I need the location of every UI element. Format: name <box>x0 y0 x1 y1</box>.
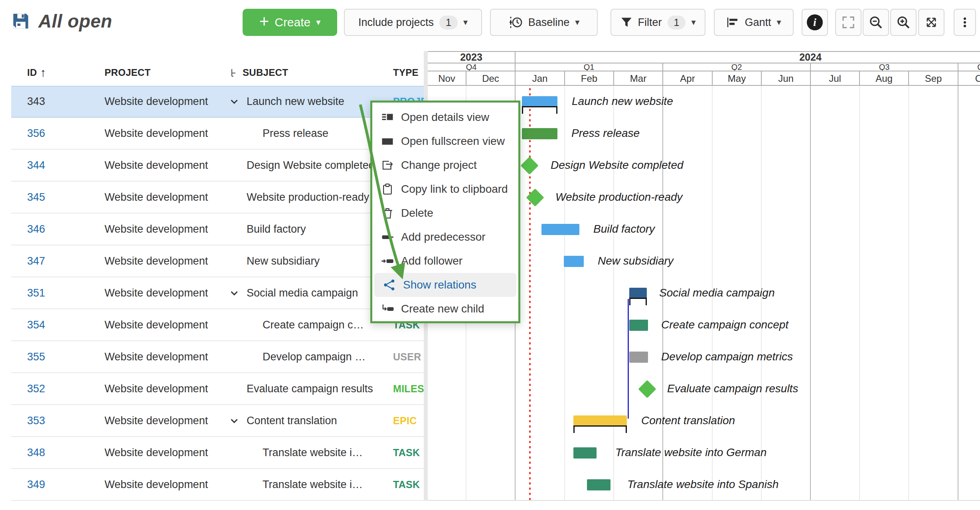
gantt-bar[interactable] <box>522 128 557 139</box>
info-button[interactable]: i <box>802 9 828 36</box>
gantt-bar[interactable] <box>573 415 627 427</box>
table-row[interactable]: 346Website developmentBuild factory <box>11 213 424 245</box>
menu-item-open-fullscreen-view[interactable]: Open fullscreen view <box>372 129 518 153</box>
menu-item-change-project[interactable]: Change project <box>372 153 518 177</box>
menu-item-copy-link-to-clipboard[interactable]: Copy link to clipboard <box>372 177 518 201</box>
gantt-bar[interactable] <box>629 288 647 299</box>
subject-cell[interactable]: Create campaign concept <box>263 309 366 340</box>
column-header-type[interactable]: TYPE <box>393 60 419 85</box>
filter-button[interactable]: Filter 1 ▾ <box>611 9 705 36</box>
work-package-id-link[interactable]: 352 <box>27 373 45 404</box>
project-cell[interactable]: Website development <box>105 213 208 245</box>
table-row[interactable]: 356Website developmentPress release <box>11 118 424 150</box>
project-cell[interactable]: Website development <box>105 277 208 308</box>
subject-cell[interactable]: Social media campaign <box>247 277 382 308</box>
subject-cell[interactable]: Website production-ready <box>247 182 382 213</box>
menu-item-add-predecessor[interactable]: Add predecessor <box>372 225 518 249</box>
work-package-id-link[interactable]: 355 <box>27 341 45 372</box>
save-view-icon[interactable] <box>12 12 30 30</box>
menu-item-show-relations[interactable]: Show relations <box>374 273 516 297</box>
subject-cell[interactable]: Build factory <box>247 213 382 245</box>
gantt-module-view: All open + Create ▾ Include projects 1 ▾… <box>0 0 980 510</box>
expand-button[interactable] <box>918 9 944 36</box>
project-cell[interactable]: Website development <box>105 86 208 117</box>
work-package-id-link[interactable]: 351 <box>27 277 45 308</box>
work-package-id-link[interactable]: 349 <box>27 469 45 500</box>
gantt-bar-label: Website production-ready <box>555 191 683 204</box>
project-cell[interactable]: Website development <box>105 150 208 181</box>
project-cell[interactable]: Website development <box>105 309 208 340</box>
create-button[interactable]: + Create ▾ <box>243 9 337 36</box>
menu-item-delete[interactable]: Delete <box>372 201 518 225</box>
subject-cell[interactable]: Launch new website <box>247 86 382 117</box>
month-gridline <box>908 86 909 500</box>
zoom-in-button[interactable] <box>890 9 917 36</box>
table-row[interactable]: 351Website developmentSocial media campa… <box>11 277 424 309</box>
subject-cell[interactable]: New subsidiary <box>247 245 382 277</box>
gantt-milestone-diamond[interactable] <box>638 380 656 398</box>
zoom-out-button[interactable] <box>863 9 889 36</box>
chevron-down-icon[interactable] <box>228 405 243 436</box>
timeline-month-cell: Oct <box>958 71 980 86</box>
subject-cell[interactable]: Translate website into German <box>263 437 366 468</box>
gantt-bar[interactable] <box>564 256 584 267</box>
table-row[interactable]: 344Website developmentDesign Website com… <box>11 150 424 182</box>
gantt-bar[interactable] <box>629 320 648 331</box>
chevron-down-icon[interactable] <box>228 277 243 308</box>
subject-cell[interactable]: Press release <box>263 118 366 149</box>
table-row[interactable]: 345Website developmentWebsite production… <box>11 182 424 213</box>
table-row[interactable]: 347Website developmentNew subsidiary <box>11 245 424 277</box>
gantt-bar[interactable] <box>629 352 648 363</box>
table-row[interactable]: 343Website developmentLaunch new website… <box>11 86 424 118</box>
work-package-id-link[interactable]: 348 <box>27 437 45 468</box>
work-package-id-link[interactable]: 344 <box>27 150 45 181</box>
column-header-id[interactable]: ID ↑ <box>27 60 46 85</box>
gantt-bar[interactable] <box>587 479 611 490</box>
project-cell[interactable]: Website development <box>105 118 208 149</box>
subject-cell[interactable]: Evaluate campaign results <box>247 373 382 404</box>
work-package-id-link[interactable]: 343 <box>27 86 45 117</box>
project-cell[interactable]: Website development <box>105 405 208 436</box>
sort-asc-icon: ↑ <box>40 66 46 79</box>
subject-cell[interactable]: Design Website completed <box>247 150 382 181</box>
subject-cell[interactable]: Content translation <box>247 405 382 436</box>
menu-item-add-follower[interactable]: Add follower <box>372 249 518 273</box>
menu-item-open-details-view[interactable]: Open details view <box>372 105 518 129</box>
filter-count-badge: 1 <box>668 16 686 30</box>
more-options-button[interactable] <box>954 9 976 36</box>
work-package-id-link[interactable]: 347 <box>27 245 45 277</box>
table-row[interactable]: 348Website developmentTranslate website … <box>11 437 424 469</box>
column-header-project[interactable]: PROJECT <box>105 60 150 85</box>
project-cell[interactable]: Website development <box>105 182 208 213</box>
project-cell[interactable]: Website development <box>105 469 208 500</box>
table-row[interactable]: 353Website developmentContent translatio… <box>11 405 424 437</box>
project-cell[interactable]: Website development <box>105 373 208 404</box>
work-package-id-link[interactable]: 345 <box>27 182 45 213</box>
gantt-bar[interactable] <box>573 447 597 459</box>
gantt-bar[interactable] <box>522 96 557 107</box>
work-package-id-link[interactable]: 356 <box>27 118 45 149</box>
table-row[interactable]: 352Website developmentEvaluate campaign … <box>11 373 424 405</box>
include-projects-button[interactable]: Include projects 1 ▾ <box>344 9 482 36</box>
table-row[interactable]: 354Website developmentCreate campaign co… <box>11 309 424 341</box>
project-cell[interactable]: Website development <box>105 437 208 468</box>
work-package-id-link[interactable]: 354 <box>27 309 45 340</box>
project-cell[interactable]: Website development <box>105 245 208 277</box>
gantt-milestone-diamond[interactable] <box>520 156 538 174</box>
column-header-subject[interactable]: SUBJECT <box>230 60 288 85</box>
subject-cell[interactable]: Translate website into Spanish <box>263 469 366 500</box>
gantt-bar-label: Evaluate campaign results <box>667 382 798 395</box>
chevron-down-icon[interactable] <box>228 86 243 117</box>
type-badge: TASK <box>393 469 425 500</box>
work-package-id-link[interactable]: 353 <box>27 405 45 436</box>
baseline-button[interactable]: Baseline ▾ <box>490 9 598 36</box>
gantt-bar[interactable] <box>541 224 579 235</box>
table-row[interactable]: 349Website developmentTranslate website … <box>11 469 424 501</box>
gantt-mode-button[interactable]: Gantt ▾ <box>714 9 794 36</box>
table-row[interactable]: 355Website developmentDevelop campaign m… <box>11 341 424 373</box>
work-package-id-link[interactable]: 346 <box>27 213 45 245</box>
menu-item-create-new-child[interactable]: Create new child <box>372 297 518 321</box>
fullscreen-button[interactable] <box>835 9 861 36</box>
project-cell[interactable]: Website development <box>105 341 208 372</box>
subject-cell[interactable]: Develop campaign metrics <box>263 341 366 372</box>
